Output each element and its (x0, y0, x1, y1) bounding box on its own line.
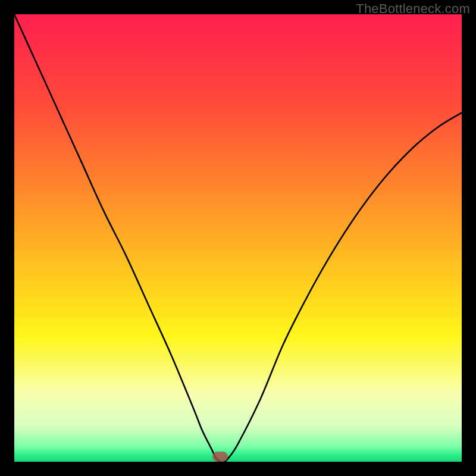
chart-frame: TheBottleneck.com (0, 0, 476, 476)
optimal-point-marker (212, 452, 228, 462)
bottleneck-curve (14, 14, 462, 462)
watermark-text: TheBottleneck.com (356, 1, 470, 17)
plot-area (14, 14, 462, 462)
